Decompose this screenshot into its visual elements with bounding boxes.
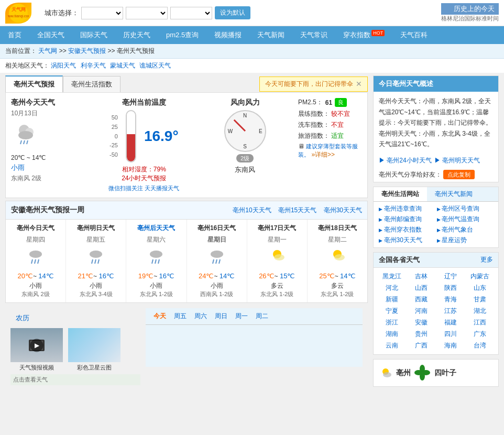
nav-clothes[interactable]: 穿衣指数HOT — [335, 26, 392, 44]
nav-pm25[interactable]: pm2.5查询 — [158, 26, 206, 44]
related-mengcheng[interactable]: 蒙城天气 — [110, 62, 135, 69]
link-24h[interactable]: ▶ 亳州24小时天气 — [379, 156, 432, 165]
life-link-1[interactable]: 亳州区号查询 — [437, 204, 494, 213]
tab-life-index[interactable]: 亳州生活指数 — [63, 76, 120, 92]
forecast-tab-mon[interactable]: 周一 — [233, 311, 250, 322]
province-grid: 黑龙江 吉林 辽宁 内蒙古 河北 山西 陕西 山东 新疆 西藏 青海 甘肃 宁夏… — [374, 268, 498, 354]
build-row: 🖥 建议穿薄型套装等服装。 »详细>> — [298, 143, 362, 159]
province-hainan[interactable]: 海南 — [437, 341, 464, 350]
morning-label: 晨练指数： — [298, 110, 330, 117]
province-taiwan[interactable]: 台湾 — [466, 341, 493, 350]
city-select-1[interactable] — [81, 7, 123, 19]
forecast-tab-bar: 今天 周五 周六 周日 周一 周二 — [146, 308, 363, 325]
pm25-label: PM2.5： — [298, 98, 323, 107]
svg-line-12 — [38, 259, 39, 264]
province-gansu[interactable]: 甘肃 — [466, 295, 493, 304]
share-button[interactable]: 点此复制 — [443, 170, 475, 179]
province-jilin[interactable]: 吉林 — [408, 272, 435, 281]
forecast-tab-fri[interactable]: 周五 — [171, 311, 189, 322]
cloud-thumb[interactable] — [68, 328, 120, 362]
nav-national[interactable]: 全国天气 — [29, 26, 72, 44]
breadcrumb-home[interactable]: 天气网 — [38, 47, 57, 55]
tab-forecast[interactable]: 亳州天气预报 — [5, 75, 63, 92]
life-link-3[interactable]: 亳州气温查询 — [437, 215, 494, 224]
sub-tab-bar: 亳州生活网站 亳州天气新闻 — [374, 187, 498, 202]
nav-international[interactable]: 国际天气 — [72, 26, 115, 44]
province-jiangxi[interactable]: 江西 — [466, 318, 493, 327]
province-hebei[interactable]: 河北 — [379, 284, 406, 292]
link-10day[interactable]: 亳州10天天气 — [233, 206, 271, 214]
province-ningxia[interactable]: 宁夏 — [379, 307, 406, 316]
province-henan[interactable]: 河南 — [408, 307, 435, 316]
pm25-quality: 良 — [335, 98, 347, 107]
related-lixin[interactable]: 利辛天气 — [81, 62, 106, 69]
province-neimenggu[interactable]: 内蒙古 — [466, 272, 493, 281]
life-link-4[interactable]: 亳州穿衣指数 — [379, 225, 435, 234]
city-select-2[interactable] — [126, 7, 168, 19]
nav-video[interactable]: 视频播报 — [206, 26, 249, 44]
set-default-button[interactable]: 设为默认 — [215, 6, 250, 19]
pm25-value: 61 — [325, 99, 332, 106]
related-area: 相关地区天气： 涡阳天气 利辛天气 蒙城天气 谯城区天气 — [0, 59, 504, 73]
detail-link[interactable]: »详细>> — [311, 151, 335, 158]
province-shaanxi[interactable]: 陕西 — [437, 284, 464, 292]
nongli-link[interactable]: 农历 — [10, 308, 140, 328]
related-qiaocheng[interactable]: 谯城区天气 — [139, 62, 171, 69]
breadcrumb-anhui[interactable]: 安徽天气预报 — [68, 47, 106, 55]
province-more[interactable]: 更多 — [480, 255, 493, 265]
history-today-title[interactable]: 历史上的今天 — [441, 3, 499, 15]
link-15day[interactable]: 亳州15天天气 — [278, 206, 316, 214]
nav-home[interactable]: 首页 — [0, 26, 29, 44]
life-link-2[interactable]: 亳州邮编查询 — [379, 215, 435, 224]
life-link-0[interactable]: 亳州违章查询 — [379, 204, 435, 213]
province-xinjiang[interactable]: 新疆 — [379, 295, 406, 304]
nav-knowledge[interactable]: 天气常识 — [292, 26, 335, 44]
sub-tab-news[interactable]: 亳州天气新闻 — [427, 187, 480, 201]
day-5-high: 25℃ — [319, 272, 334, 280]
life-link-7[interactable]: 星座运势 — [437, 236, 494, 245]
header: 天气网 www.tianqi.com 城市选择： 设为默认 历史上的今天 格林尼… — [0, 0, 504, 26]
forecast-tab-tue[interactable]: 周二 — [253, 311, 271, 322]
province-hunan[interactable]: 湖南 — [379, 330, 406, 339]
link-30day[interactable]: 亳州30天天气 — [324, 206, 362, 214]
link-tomorrow[interactable]: ▶ 亳州明天天气 — [434, 156, 480, 165]
city-select-3[interactable] — [170, 7, 212, 19]
province-sichuan[interactable]: 四川 — [437, 330, 464, 339]
province-guizhou[interactable]: 贵州 — [408, 330, 435, 339]
province-liaoning[interactable]: 辽宁 — [437, 272, 464, 281]
province-jiangsu[interactable]: 江苏 — [437, 307, 464, 316]
province-zhejiang[interactable]: 浙江 — [379, 318, 406, 327]
history-today-box: 历史上的今天 格林尼治国际标准时间 — [441, 3, 499, 23]
wind-title: 风向风力 — [197, 98, 293, 107]
life-link-5[interactable]: 亳州气象台 — [437, 225, 494, 234]
province-hubei[interactable]: 湖北 — [466, 307, 493, 316]
nav-wiki[interactable]: 天气百科 — [392, 26, 435, 44]
province-shandong[interactable]: 山东 — [466, 284, 493, 292]
day-2-name: 亳州后天天气 — [129, 224, 183, 233]
province-qinghai[interactable]: 青海 — [437, 295, 464, 304]
24h-forecast-link[interactable]: 24小时天气预报 — [122, 175, 166, 182]
province-xizang[interactable]: 西藏 — [408, 295, 435, 304]
province-anhui[interactable]: 安徽 — [408, 318, 435, 327]
sub-tab-life[interactable]: 亳州生活网站 — [374, 187, 427, 201]
province-yunnan[interactable]: 云南 — [379, 341, 406, 350]
nav-history[interactable]: 历史天气 — [115, 26, 158, 44]
day-2-high: 19℃ — [138, 272, 154, 280]
province-guangdong[interactable]: 广东 — [466, 330, 493, 339]
province-guangxi[interactable]: 广西 — [408, 341, 435, 350]
nongli-anchor[interactable]: 农历 — [16, 314, 29, 322]
video-thumb-forecast[interactable]: ▶ — [10, 328, 63, 362]
close-icon[interactable]: ✕ — [356, 80, 362, 88]
province-shanxi[interactable]: 山西 — [408, 284, 435, 292]
related-guoyang[interactable]: 涡阳天气 — [51, 62, 76, 69]
today-wind: 东南风 2级 — [11, 174, 91, 183]
life-link-6[interactable]: 亳州30天天气 — [379, 236, 435, 245]
province-heilongjiang[interactable]: 黑龙江 — [379, 272, 406, 281]
forecast-tab-sat[interactable]: 周六 — [192, 311, 210, 322]
nav-news[interactable]: 天气新闻 — [249, 26, 292, 44]
province-fujian[interactable]: 福建 — [437, 318, 464, 327]
forecast-tab-sun[interactable]: 周日 — [212, 311, 230, 322]
life-link-grid: 亳州违章查询 亳州区号查询 亳州邮编查询 亳州气温查询 亳州穿衣指数 亳州气象台… — [374, 202, 498, 247]
svg-line-18 — [152, 259, 153, 264]
forecast-tab-today[interactable]: 今天 — [151, 311, 169, 322]
